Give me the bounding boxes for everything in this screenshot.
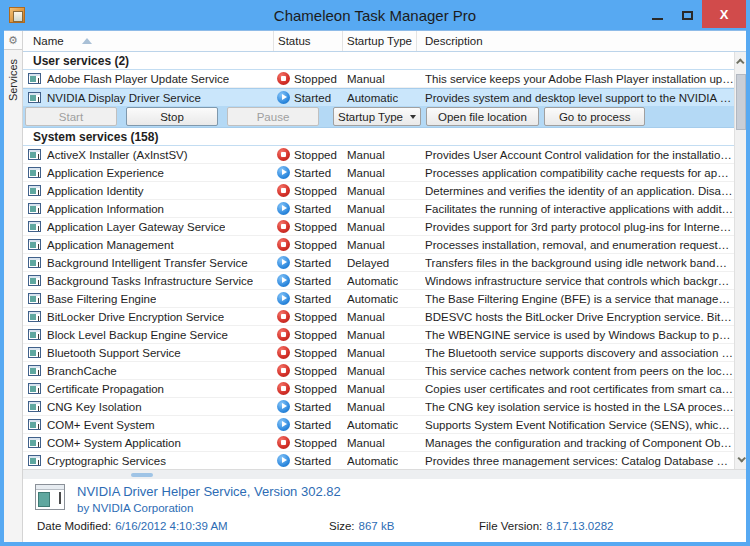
maximize-button[interactable] — [672, 0, 702, 30]
table-row[interactable]: CNG Key Isolation Started Manual The CNG… — [23, 398, 734, 416]
service-name-cell: Adobe Flash Player Update Service — [23, 70, 274, 87]
table-row[interactable]: Background Tasks Infrastructure Service … — [23, 272, 734, 290]
table-row[interactable]: COM+ Event System Started Automatic Supp… — [23, 416, 734, 434]
service-status-cell: Stopped — [274, 146, 343, 163]
table-row[interactable]: Application Identity Stopped Manual Dete… — [23, 182, 734, 200]
table-row[interactable]: Block Level Backup Engine Service Stoppe… — [23, 326, 734, 344]
date-modified-label: Date Modified: — [37, 520, 111, 532]
table-row[interactable]: Cryptographic Services Started Automatic… — [23, 452, 734, 469]
table-row[interactable]: COM+ System Application Stopped Manual M… — [23, 434, 734, 452]
service-description-cell: The Base Filtering Engine (BFE) is a ser… — [417, 290, 734, 307]
size-label: Size: — [329, 520, 355, 532]
vertical-scrollbar[interactable] — [734, 52, 746, 469]
column-header-name[interactable]: Name — [23, 31, 274, 51]
service-name-cell: COM+ Event System — [23, 416, 274, 433]
table-row[interactable]: BitLocker Drive Encryption Service Stopp… — [23, 308, 734, 326]
scrollbar-thumb[interactable] — [736, 74, 746, 130]
service-icon — [28, 419, 41, 430]
table-row[interactable]: Background Intelligent Transfer Service … — [23, 254, 734, 272]
table-row[interactable]: BranchCache Stopped Manual This service … — [23, 362, 734, 380]
table-row[interactable]: Application Information Started Manual F… — [23, 200, 734, 218]
table-row[interactable]: Application Management Stopped Manual Pr… — [23, 236, 734, 254]
service-startup-cell: Manual — [343, 236, 417, 253]
service-name-cell: Application Information — [23, 200, 274, 217]
service-icon — [28, 365, 41, 376]
pause-button[interactable]: Pause — [227, 107, 319, 126]
service-description-cell: Provides support for 3rd party protocol … — [417, 218, 734, 235]
column-header-description[interactable]: Description — [417, 31, 746, 51]
go-to-process-button[interactable]: Go to process — [544, 107, 646, 126]
service-description-cell: Copies user certificates and root certif… — [417, 380, 734, 397]
service-icon — [28, 73, 41, 84]
sort-ascending-icon — [82, 38, 92, 44]
service-startup-cell: Delayed — [343, 254, 417, 271]
table-row[interactable]: Certificate Propagation Stopped Manual C… — [23, 380, 734, 398]
service-icon — [28, 329, 41, 340]
panel-splitter[interactable] — [23, 469, 746, 479]
status-icon — [277, 202, 290, 215]
scroll-down-button[interactable] — [735, 451, 746, 467]
status-icon — [277, 148, 290, 161]
table-row[interactable]: ActiveX Installer (AxInstSV) Stopped Man… — [23, 146, 734, 164]
group-header: System services (158) — [23, 128, 734, 146]
close-button[interactable]: X — [702, 0, 746, 28]
minimize-button[interactable] — [642, 0, 672, 30]
date-modified-value: 6/16/2012 4:10:39 AM — [115, 520, 228, 532]
service-description-cell: Processes installation, removal, and enu… — [417, 236, 734, 253]
service-icon — [28, 167, 41, 178]
service-name-cell: ActiveX Installer (AxInstSV) — [23, 146, 274, 163]
service-name-cell: Application Layer Gateway Service — [23, 218, 274, 235]
tab-services[interactable]: Services — [7, 45, 19, 115]
service-icon — [28, 275, 41, 286]
service-name-cell: Base Filtering Engine — [23, 290, 274, 307]
service-startup-cell: Manual — [343, 218, 417, 235]
table-row[interactable]: Base Filtering Engine Started Automatic … — [23, 290, 734, 308]
service-startup-cell: Manual — [343, 308, 417, 325]
titlebar: Chameleon Task Manager Pro X — [0, 0, 750, 30]
service-status-cell: Started — [274, 452, 343, 469]
service-status-cell: Started — [274, 398, 343, 415]
service-status-cell: Started — [274, 272, 343, 289]
startup-type-dropdown[interactable]: Startup Type — [333, 107, 421, 126]
size-value: 867 kB — [359, 520, 395, 532]
service-icon — [28, 92, 41, 103]
status-icon — [277, 346, 290, 359]
stop-button[interactable]: Stop — [126, 107, 218, 126]
window-title: Chameleon Task Manager Pro — [0, 7, 750, 24]
service-icon — [28, 383, 41, 394]
service-name-cell: Background Intelligent Transfer Service — [23, 254, 274, 271]
service-status-cell: Started — [274, 254, 343, 271]
table-row[interactable]: Adobe Flash Player Update Service Stoppe… — [23, 70, 734, 88]
service-icon — [28, 455, 41, 466]
service-status-cell: Stopped — [274, 362, 343, 379]
scroll-up-button[interactable] — [735, 54, 746, 70]
column-header-row: Name Status Startup Type Description — [23, 31, 746, 52]
open-file-location-button[interactable]: Open file location — [426, 107, 539, 126]
service-status-cell: Stopped — [274, 434, 343, 451]
status-icon — [277, 220, 290, 233]
column-header-status[interactable]: Status — [274, 31, 343, 51]
status-icon — [277, 72, 290, 85]
services-list: User services (2) Adobe Flash Player Upd… — [23, 52, 746, 469]
service-icon — [28, 293, 41, 304]
status-icon — [277, 238, 290, 251]
status-icon — [277, 328, 290, 341]
table-row[interactable]: Bluetooth Support Service Stopped Manual… — [23, 344, 734, 362]
status-icon — [277, 256, 290, 269]
service-name-cell: BranchCache — [23, 362, 274, 379]
splitter-grip-icon — [131, 473, 153, 477]
main-panel: Name Status Startup Type Description Use… — [23, 31, 746, 542]
file-version-value: 8.17.13.0282 — [546, 520, 613, 532]
start-button[interactable]: Start — [25, 107, 117, 126]
service-status-cell: Stopped — [274, 326, 343, 343]
service-startup-cell: Manual — [343, 146, 417, 163]
column-header-startup-type[interactable]: Startup Type — [343, 31, 417, 51]
maximize-icon — [682, 11, 693, 20]
table-row[interactable]: NVIDIA Display Driver Service Started Au… — [23, 88, 734, 106]
table-row[interactable]: Application Experience Started Manual Pr… — [23, 164, 734, 182]
service-description-cell: Provides system and desktop level suppor… — [417, 89, 734, 106]
dropdown-arrow-icon — [410, 115, 416, 119]
service-status-cell: Stopped — [274, 308, 343, 325]
table-row[interactable]: Application Layer Gateway Service Stoppe… — [23, 218, 734, 236]
service-description-cell: BDESVC hosts the BitLocker Drive Encrypt… — [417, 308, 734, 325]
